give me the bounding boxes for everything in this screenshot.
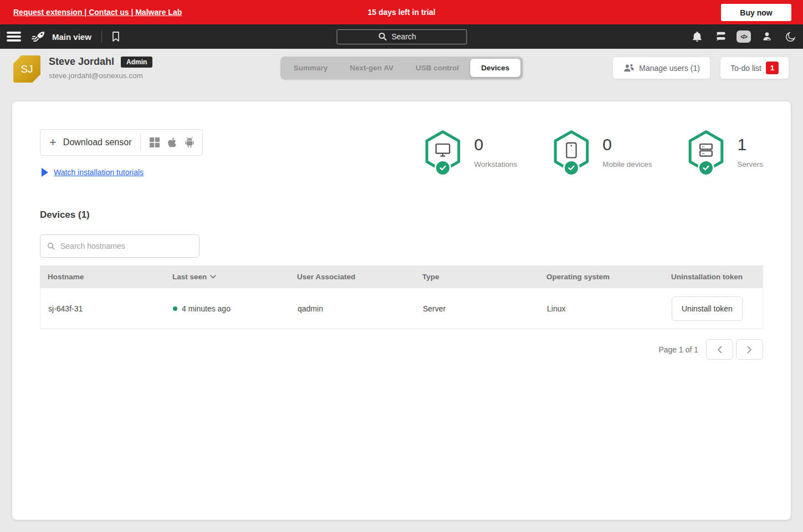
- col-user-associated: User Associated: [289, 273, 415, 281]
- nav-divider: [101, 30, 102, 43]
- apple-icon: [167, 137, 177, 148]
- devices-heading: Devices (1): [40, 209, 763, 221]
- global-search-input[interactable]: [392, 32, 425, 41]
- download-sensor-button[interactable]: + Download sensor: [40, 129, 203, 156]
- table-row[interactable]: sj-643f-31 4 minutes ago qadmin Server L…: [40, 288, 763, 329]
- devices-table: Hostname Last seen User Associated Type …: [40, 265, 763, 329]
- todo-list-label: To-do list: [730, 64, 761, 73]
- tab-next-gen-av[interactable]: Next-gen AV: [339, 59, 405, 77]
- global-search[interactable]: [336, 29, 467, 44]
- col-operating-system: Operating system: [539, 273, 663, 281]
- chevron-down-icon: [210, 275, 216, 279]
- col-hostname: Hostname: [40, 273, 165, 281]
- trial-links[interactable]: Request extension | Contact us | Malware…: [13, 8, 182, 17]
- tab-summary[interactable]: Summary: [283, 59, 339, 77]
- play-icon: [42, 168, 48, 177]
- servers-label: Servers: [737, 160, 763, 168]
- device-stats: 0 Workstations 0 Mobile devices: [423, 130, 763, 177]
- user-name: Steve Jordahl: [49, 56, 114, 68]
- bookmark-icon[interactable]: [111, 31, 121, 42]
- cell-hostname: sj-643f-31: [40, 304, 165, 313]
- check-badge-icon: [563, 160, 580, 176]
- server-icon: [700, 144, 713, 156]
- tab-usb-control[interactable]: USB control: [405, 59, 470, 77]
- check-badge-icon: [434, 160, 451, 176]
- check-badge-icon: [698, 160, 714, 176]
- notifications-bell-icon[interactable]: [690, 29, 704, 44]
- search-icon: [379, 32, 387, 41]
- manage-users-label: Manage users (1): [639, 64, 700, 73]
- devices-panel: + Download sensor Watch insta: [12, 101, 791, 520]
- mobile-device-icon: [567, 143, 576, 158]
- feedback-icon[interactable]: [713, 29, 728, 44]
- pagination: Page 1 of 1: [40, 339, 763, 360]
- next-page-button[interactable]: [736, 339, 763, 360]
- stat-mobile-devices: 0 Mobile devices: [551, 130, 652, 177]
- tab-devices[interactable]: Devices: [470, 59, 520, 77]
- account-person-icon[interactable]: [760, 29, 774, 44]
- workstation-icon: [436, 144, 449, 156]
- search-icon: [47, 242, 55, 250]
- cell-type: Server: [415, 304, 539, 313]
- workstations-label: Workstations: [474, 160, 517, 168]
- windows-icon: [150, 137, 160, 147]
- col-last-seen[interactable]: Last seen: [165, 273, 289, 281]
- hostname-search-input[interactable]: [60, 242, 192, 250]
- manage-users-button[interactable]: Manage users (1): [612, 57, 710, 79]
- watch-tutorials-label: Watch installation tutorials: [54, 168, 144, 177]
- stat-servers: 1 Servers: [686, 130, 763, 177]
- trial-message: 15 days left in trial: [367, 8, 435, 17]
- col-uninstallation-token: Uninstallation token: [663, 273, 763, 281]
- download-sensor-label: Download sensor: [63, 137, 132, 147]
- page-header: SJ Steve Jordahl Admin steve.jordahl@osn…: [0, 49, 803, 101]
- main-view-label[interactable]: Main view: [52, 32, 91, 42]
- top-nav: Main view </>: [0, 24, 803, 49]
- servers-count: 1: [737, 136, 763, 153]
- prev-page-button[interactable]: [706, 339, 733, 360]
- api-code-icon[interactable]: </>: [736, 29, 751, 44]
- cell-user-associated: qadmin: [290, 304, 415, 313]
- mobile-devices-label: Mobile devices: [602, 160, 652, 168]
- people-icon: [623, 64, 635, 73]
- todo-count-badge: 1: [766, 62, 779, 74]
- cell-operating-system: Linux: [539, 304, 664, 313]
- last-seen-value: 4 minutes ago: [182, 304, 231, 313]
- cell-last-seen: 4 minutes ago: [165, 304, 290, 313]
- online-status-dot: [173, 306, 177, 311]
- mobile-devices-count: 0: [602, 136, 652, 153]
- admin-role-badge: Admin: [121, 57, 152, 68]
- stat-workstations: 0 Workstations: [423, 130, 517, 177]
- user-email: steve.jordahl@osnexus.com: [49, 71, 152, 80]
- trial-bar: Request extension | Contact us | Malware…: [0, 0, 803, 24]
- workstations-count: 0: [474, 136, 517, 153]
- page-indicator: Page 1 of 1: [658, 345, 698, 354]
- avatar[interactable]: SJ: [13, 55, 40, 83]
- col-last-seen-label: Last seen: [172, 273, 207, 281]
- section-tabs: Summary Next-gen AV USB control Devices: [280, 57, 523, 79]
- uninstall-token-button[interactable]: Uninstall token: [672, 296, 743, 321]
- menu-icon[interactable]: [7, 32, 21, 42]
- plus-icon: +: [49, 136, 57, 149]
- buy-now-button[interactable]: Buy now: [721, 4, 791, 21]
- rocket-logo-icon[interactable]: [31, 29, 47, 44]
- todo-list-button[interactable]: To-do list 1: [720, 57, 789, 79]
- button-divider: [140, 134, 141, 151]
- table-header: Hostname Last seen User Associated Type …: [40, 265, 763, 288]
- watch-tutorials-link[interactable]: Watch installation tutorials: [42, 168, 203, 177]
- col-type: Type: [415, 273, 539, 281]
- dark-mode-moon-icon[interactable]: [783, 29, 797, 44]
- hostname-search[interactable]: [40, 234, 200, 258]
- android-icon: [185, 137, 195, 148]
